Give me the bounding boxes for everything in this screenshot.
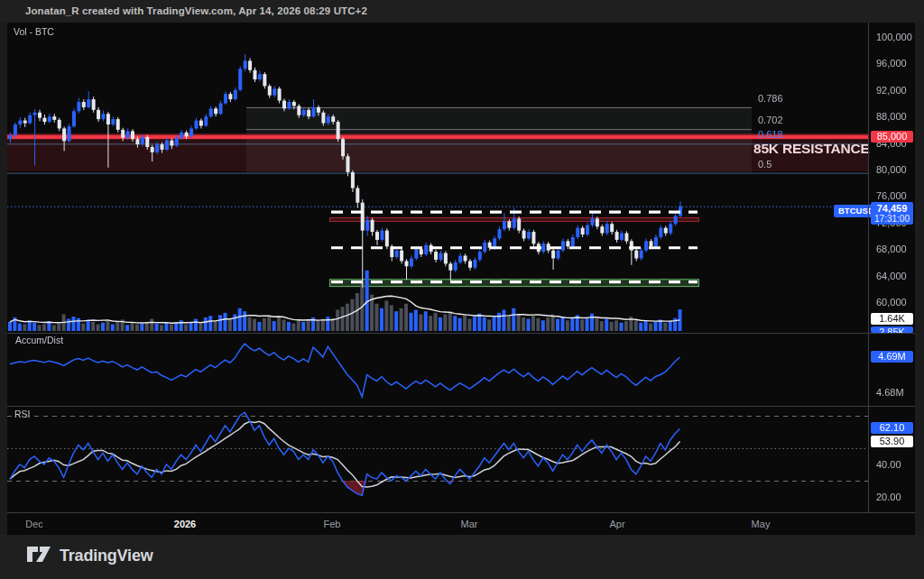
volume-last-tag: 2.85K — [871, 326, 913, 333]
fib-level-label: 0.5 — [758, 159, 772, 170]
price-tick: 88,000 — [876, 110, 907, 123]
tradingview-logo[interactable]: TradingView — [25, 542, 153, 569]
rsi-last-tag: 62.10 — [871, 422, 913, 434]
price-tick: 80,000 — [876, 163, 907, 176]
bottom-bar: TradingView — [0, 535, 924, 579]
candle-countdown: 17:31:00 — [871, 214, 913, 224]
accum-dist-tick: 4.68M — [876, 386, 904, 399]
price-tick: 68,000 — [876, 243, 907, 255]
tradingview-screenshot: { "topbar": { "attribution": "Jonatan_R … — [0, 0, 924, 579]
resistance-price-tag: 85,000 — [871, 131, 913, 142]
panel-divider[interactable] — [7, 406, 915, 407]
main-chart-canvas[interactable] — [7, 23, 868, 513]
last-price-tag: 74,459 17:31:00 — [871, 202, 913, 225]
time-label: Mar — [461, 519, 478, 529]
price-tick: 64,000 — [876, 270, 907, 282]
accum-dist-legend[interactable]: Accum/Dist — [13, 335, 66, 345]
rsi-legend[interactable]: RSI — [12, 409, 33, 419]
time-label: 2026 — [174, 519, 196, 529]
accum-dist-last-tag: 4.69M — [871, 351, 913, 363]
price-tick: 76,000 — [876, 189, 907, 202]
price-tick: 100,000 — [876, 31, 912, 43]
volume-legend[interactable]: Vol - BTC — [11, 26, 57, 37]
chart-window: Vol - BTC Accum/Dist RSI 0.7860.7020.618… — [7, 23, 915, 535]
price-axis-pane[interactable]: 100,00096,00092,00088,00084,00080,00076,… — [868, 23, 916, 513]
volume-ma-tag: 1.64K — [871, 313, 913, 325]
time-label: Apr — [609, 519, 624, 529]
attribution-bar: Jonatan_R created with TradingView.com, … — [0, 0, 924, 23]
time-axis[interactable]: Dec2026FebMarAprMay — [7, 513, 868, 535]
last-price-value: 74,459 — [871, 203, 913, 214]
price-tick: 60,000 — [876, 296, 907, 308]
attribution-text: Jonatan_R created with TradingView.com, … — [25, 5, 367, 16]
rsi-ma-tag: 53.90 — [871, 436, 913, 447]
price-tick: 96,000 — [876, 57, 907, 69]
time-label: Feb — [324, 519, 341, 529]
tradingview-logo-text: TradingView — [60, 547, 153, 565]
time-label: May — [752, 519, 771, 529]
time-label: Dec — [25, 519, 43, 529]
fib-level-label: 0.786 — [758, 93, 783, 104]
resistance-annotation[interactable]: 85K RESISTANCE — [753, 141, 870, 157]
panel-divider[interactable] — [7, 333, 915, 334]
tradingview-logo-icon — [25, 542, 52, 569]
panel-divider[interactable] — [7, 512, 915, 513]
rsi-tick: 20.00 — [876, 491, 901, 503]
price-tick: 92,000 — [876, 84, 907, 96]
fib-level-label: 0.702 — [758, 115, 783, 125]
fib-level-label: 0.618 — [758, 129, 783, 140]
rsi-tick: 40.00 — [876, 458, 901, 471]
